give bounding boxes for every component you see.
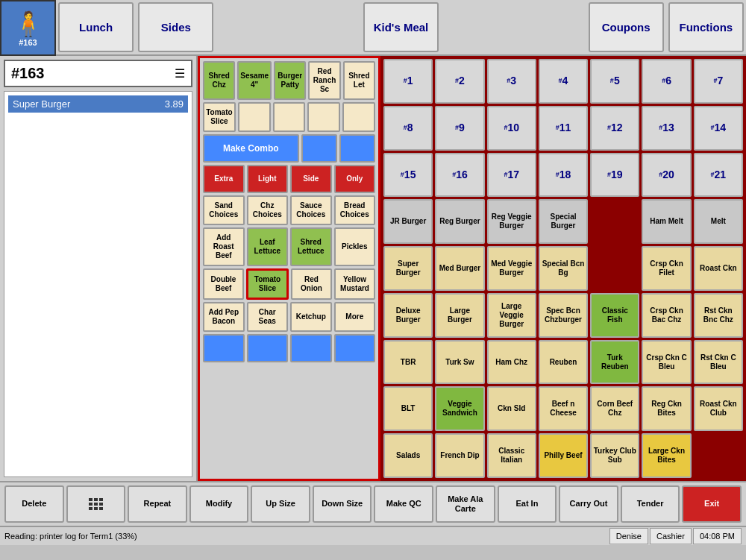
- menu-num-6[interactable]: #6: [642, 59, 691, 104]
- menu-large-veggie-burger[interactable]: Large Veggie Burger: [487, 293, 536, 338]
- menu-roast-ckn[interactable]: Roast Ckn: [694, 246, 743, 291]
- menu-jr-burger[interactable]: JR Burger: [383, 199, 433, 244]
- mod-pickles[interactable]: Pickles: [334, 227, 376, 266]
- menu-veggie-sandwich[interactable]: Veggie Sandwich: [435, 386, 484, 431]
- menu-num-9[interactable]: #9: [435, 106, 484, 151]
- menu-reg-ckn-bites[interactable]: Reg Ckn Bites: [642, 386, 691, 431]
- menu-super-burger[interactable]: Super Burger: [383, 246, 433, 291]
- menu-num-17[interactable]: #17: [487, 153, 536, 198]
- menu-ham-chz[interactable]: Ham Chz: [487, 340, 536, 385]
- menu-french-dip[interactable]: French Dip: [435, 433, 484, 478]
- menu-num-10[interactable]: #10: [487, 106, 536, 151]
- mod-shred-lettuce[interactable]: Shred Lettuce: [290, 227, 332, 266]
- menu-corn-beef-chz[interactable]: Corn Beef Chz: [590, 386, 639, 431]
- menu-reg-veggie-burger[interactable]: Reg Veggie Burger: [487, 199, 536, 244]
- nav-functions[interactable]: Functions: [668, 2, 744, 52]
- mod-bread-choices[interactable]: Bread Choices: [334, 195, 376, 225]
- make-ala-carte-button[interactable]: Make Ala Carte: [436, 485, 495, 523]
- mod-blue-2[interactable]: [247, 334, 289, 362]
- mod-blue-4[interactable]: [334, 334, 376, 362]
- mod-light[interactable]: Light: [247, 165, 289, 193]
- mod-ketchup[interactable]: Ketchup: [290, 302, 332, 332]
- menu-philly-beef[interactable]: Philly Beef: [539, 433, 588, 478]
- menu-num-12[interactable]: #12: [590, 106, 639, 151]
- menu-num-4[interactable]: #4: [539, 59, 588, 104]
- menu-rst-ckn-c-bleu[interactable]: Rst Ckn C Bleu: [694, 340, 743, 385]
- down-size-button[interactable]: Down Size: [313, 485, 372, 523]
- menu-blt[interactable]: BLT: [383, 386, 433, 431]
- mod-chz-choices[interactable]: Chz Choices: [247, 195, 289, 225]
- menu-num-20[interactable]: #20: [642, 153, 691, 198]
- menu-num-13[interactable]: #13: [642, 106, 691, 151]
- mod-add-pep-bacon[interactable]: Add Pep Bacon: [203, 302, 245, 332]
- menu-num-18[interactable]: #18: [539, 153, 588, 198]
- menu-crsp-ckn-bac-chz[interactable]: Crsp Ckn Bac Chz: [642, 293, 691, 338]
- menu-num-5[interactable]: #5: [590, 59, 639, 104]
- mod-red-onion[interactable]: Red Onion: [291, 268, 332, 300]
- menu-classic-fish[interactable]: Classic Fish: [590, 293, 639, 338]
- menu-num-7[interactable]: #7: [694, 59, 743, 104]
- mod-make-combo[interactable]: Make Combo: [203, 134, 299, 163]
- menu-num-19[interactable]: #19: [590, 153, 639, 198]
- menu-turk-reuben[interactable]: Turk Reuben: [590, 340, 639, 385]
- delete-button[interactable]: Delete: [4, 485, 64, 523]
- menu-num-16[interactable]: #16: [435, 153, 484, 198]
- mod-red-ranch[interactable]: Red Ranch Sc: [308, 61, 340, 100]
- repeat-button[interactable]: Repeat: [128, 485, 187, 523]
- menu-ckn-sld[interactable]: Ckn Sld: [487, 386, 536, 431]
- menu-num-11[interactable]: #11: [539, 106, 588, 151]
- menu-num-2[interactable]: #2: [435, 59, 484, 104]
- mod-sesame[interactable]: Sesame 4": [237, 61, 272, 100]
- menu-turk-sw[interactable]: Turk Sw: [435, 340, 484, 385]
- mod-burger-patty[interactable]: Burger Patty: [274, 61, 306, 100]
- menu-ham-melt[interactable]: Ham Melt: [642, 199, 691, 244]
- mod-blue-1[interactable]: [203, 334, 245, 362]
- menu-med-veggie-burger[interactable]: Med Veggie Burger: [487, 246, 536, 291]
- mod-leaf-lettuce[interactable]: Leaf Lettuce: [247, 227, 289, 266]
- exit-button[interactable]: Exit: [682, 485, 742, 523]
- mod-char-seas[interactable]: Char Seas: [247, 302, 289, 332]
- calculator-button[interactable]: [66, 485, 126, 523]
- menu-crsp-ckn-c-bleu[interactable]: Crsp Ckn C Bleu: [642, 340, 691, 385]
- nav-coupons[interactable]: Coupons: [589, 2, 664, 52]
- mod-shred-chz[interactable]: Shred Chz: [203, 61, 235, 100]
- menu-beef-n-cheese[interactable]: Beef n Cheese: [539, 386, 588, 431]
- mod-tomato-slice[interactable]: Tomato Slice: [246, 268, 289, 300]
- mod-add-roast-beef[interactable]: Add Roast Beef: [203, 227, 245, 266]
- mod-tomato-slice-top[interactable]: Tomato Slice: [203, 102, 236, 132]
- menu-med-burger[interactable]: Med Burger: [435, 246, 484, 291]
- mod-extra[interactable]: Extra: [203, 165, 245, 193]
- menu-spec-bcn-chzburger[interactable]: Spec Bcn Chzburger: [539, 293, 588, 338]
- mod-shred-let[interactable]: Shred Let: [343, 61, 375, 100]
- menu-num-14[interactable]: #14: [694, 106, 743, 151]
- carry-out-button[interactable]: Carry Out: [559, 485, 618, 523]
- menu-turkey-club-sub[interactable]: Turkey Club Sub: [590, 433, 639, 478]
- menu-classic-italian[interactable]: Classic Italian: [487, 433, 536, 478]
- menu-salads[interactable]: Salads: [383, 433, 433, 478]
- mod-sauce-choices[interactable]: Sauce Choices: [290, 195, 332, 225]
- mod-more[interactable]: More: [334, 302, 376, 332]
- menu-large-burger[interactable]: Large Burger: [435, 293, 484, 338]
- eat-in-button[interactable]: Eat In: [498, 485, 557, 523]
- order-item[interactable]: Super Burger 3.89: [8, 95, 188, 113]
- menu-rst-ckn-bnc-chz[interactable]: Rst Ckn Bnc Chz: [694, 293, 743, 338]
- menu-large-ckn-bites[interactable]: Large Ckn Bites: [642, 433, 691, 478]
- mod-blue-3[interactable]: [290, 334, 332, 362]
- modify-button[interactable]: Modify: [189, 485, 249, 523]
- menu-reg-burger[interactable]: Reg Burger: [435, 199, 484, 244]
- menu-special-bcn-bg[interactable]: Special Bcn Bg: [539, 246, 588, 291]
- menu-num-1[interactable]: #1: [383, 59, 433, 104]
- make-qc-button[interactable]: Make QC: [374, 485, 433, 523]
- nav-kids-meal[interactable]: Kid's Meal: [363, 2, 439, 52]
- menu-num-21[interactable]: #21: [694, 153, 743, 198]
- menu-num-15[interactable]: #15: [383, 153, 433, 198]
- menu-roast-ckn-club[interactable]: Roast Ckn Club: [694, 386, 743, 431]
- mod-double-beef[interactable]: Double Beef: [203, 268, 244, 300]
- menu-num-3[interactable]: #3: [487, 59, 536, 104]
- up-size-button[interactable]: Up Size: [251, 485, 310, 523]
- menu-crsp-ckn-filet[interactable]: Crsp Ckn Filet: [642, 246, 691, 291]
- mod-yellow-mustard[interactable]: Yellow Mustard: [334, 268, 375, 300]
- mod-only[interactable]: Only: [334, 165, 376, 193]
- menu-deluxe-burger[interactable]: Deluxe Burger: [383, 293, 433, 338]
- mod-side[interactable]: Side: [290, 165, 332, 193]
